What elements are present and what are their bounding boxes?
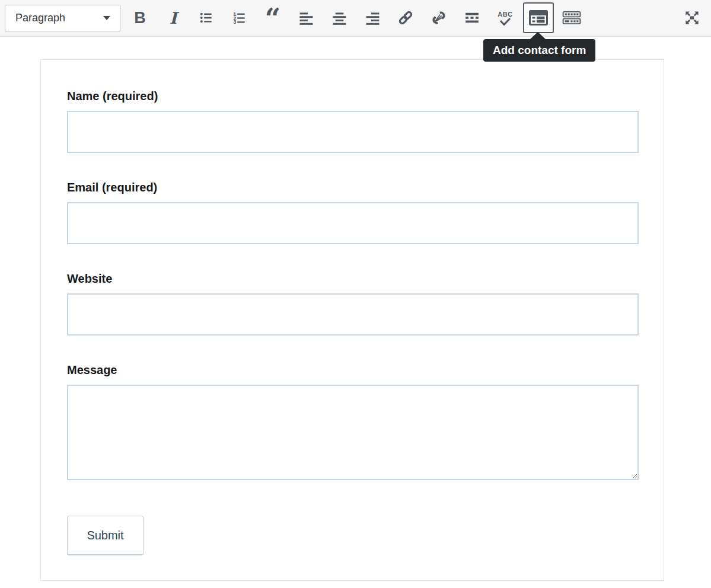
blockquote-icon: “ (265, 15, 280, 31)
insert-more-tag-button[interactable] (455, 2, 489, 33)
remove-link-button[interactable] (422, 2, 455, 33)
chevron-down-icon (103, 16, 110, 20)
align-center-icon (332, 11, 347, 25)
italic-icon: I (170, 9, 177, 27)
numbered-list-icon: 1 2 3 (232, 10, 247, 25)
contact-form-preview: Name (required) Email (required) Website… (40, 59, 664, 581)
link-icon (397, 9, 414, 26)
keyboard-icon (562, 10, 581, 25)
paragraph-format-dropdown[interactable]: Paragraph (5, 5, 120, 31)
bulleted-list-icon (199, 10, 214, 25)
field-group-email: Email (required) (67, 180, 639, 244)
add-contact-form-button[interactable] (523, 2, 554, 33)
email-field-label: Email (required) (67, 180, 639, 194)
keyboard-shortcuts-button[interactable] (555, 2, 588, 33)
add-contact-form-tooltip: Add contact form (483, 39, 595, 62)
align-right-button[interactable] (356, 2, 389, 33)
add-contact-form-icon (528, 9, 549, 26)
field-group-website: Website (67, 271, 639, 335)
align-center-button[interactable] (323, 2, 356, 33)
spellcheck-button[interactable]: ABC (489, 2, 522, 33)
email-field[interactable] (67, 202, 639, 244)
blockquote-button[interactable]: “ (256, 2, 289, 33)
insert-link-button[interactable] (389, 2, 422, 33)
submit-button[interactable]: Submit (67, 516, 144, 555)
align-left-icon (299, 11, 314, 25)
fullscreen-button[interactable] (675, 2, 709, 33)
bold-button[interactable]: B (123, 2, 157, 33)
numbered-list-button[interactable]: 1 2 3 (223, 2, 256, 33)
italic-button[interactable]: I (157, 2, 190, 33)
field-group-name: Name (required) (67, 89, 639, 153)
format-dropdown-label: Paragraph (15, 12, 103, 24)
website-field[interactable] (67, 293, 639, 335)
spellcheck-icon: ABC (498, 11, 512, 25)
message-field[interactable] (67, 385, 639, 480)
message-field-label: Message (67, 363, 639, 377)
bulleted-list-button[interactable] (190, 2, 223, 33)
fullscreen-icon (683, 9, 701, 27)
align-right-icon (365, 11, 380, 25)
website-field-label: Website (67, 271, 639, 286)
more-tag-icon (464, 10, 480, 25)
name-field[interactable] (67, 111, 639, 153)
name-field-label: Name (required) (67, 89, 639, 103)
svg-text:3: 3 (233, 19, 236, 25)
align-left-button[interactable] (289, 2, 323, 33)
field-group-message: Message (67, 363, 639, 480)
bold-icon: B (134, 9, 146, 27)
unlink-icon (431, 9, 447, 26)
editor-toolbar: Paragraph B I 1 2 3 “ (0, 0, 711, 37)
tooltip-text: Add contact form (493, 44, 586, 57)
